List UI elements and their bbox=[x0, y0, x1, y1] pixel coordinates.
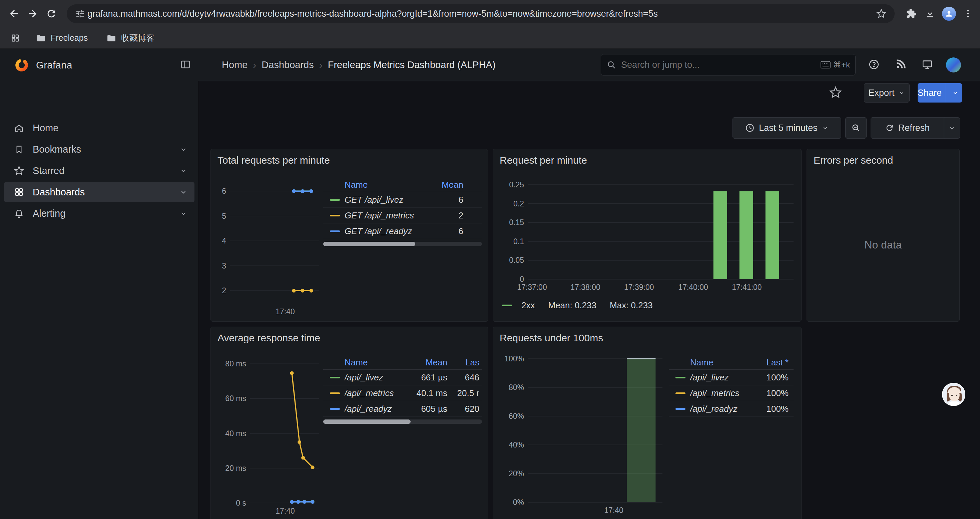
series-color-swatch bbox=[330, 215, 340, 216]
monitor-icon[interactable] bbox=[922, 59, 933, 70]
legend-row[interactable]: /api/_livez661 µs646 bbox=[323, 370, 482, 385]
horizontal-scrollbar[interactable] bbox=[323, 242, 482, 246]
downloads-icon[interactable] bbox=[921, 4, 939, 23]
panel-title[interactable]: Total requests per minute bbox=[218, 155, 330, 166]
series-name[interactable]: /api/_metrics bbox=[345, 388, 397, 398]
legend-row[interactable]: /api/_metrics100% bbox=[669, 385, 794, 401]
chart-legend[interactable]: 2xx Mean: 0.233 Max: 0.233 bbox=[502, 300, 653, 311]
sidebar-item-label: Dashboards bbox=[33, 187, 85, 198]
bookmark-item[interactable]: Freeleaps bbox=[36, 33, 88, 43]
legend-row[interactable]: GET /api/_metrics2 bbox=[323, 208, 482, 224]
forward-icon[interactable] bbox=[23, 4, 42, 23]
series-name[interactable]: 2xx bbox=[521, 300, 535, 311]
header-divider bbox=[199, 81, 980, 81]
bookmark-label: 收藏博客 bbox=[121, 32, 154, 43]
browser-profile-avatar[interactable] bbox=[942, 7, 956, 21]
panel-title[interactable]: Request per minute bbox=[500, 155, 587, 166]
share-label[interactable]: Share bbox=[918, 83, 942, 102]
share-dropdown-chevron[interactable] bbox=[949, 83, 962, 102]
share-button[interactable]: Share bbox=[918, 83, 962, 102]
browser-menu-icon[interactable] bbox=[959, 4, 977, 23]
col-header-name[interactable]: Name bbox=[345, 180, 431, 190]
refresh-button[interactable]: Refresh bbox=[870, 117, 944, 139]
col-header-name[interactable]: Name bbox=[690, 357, 752, 368]
sidebar-item-starred[interactable]: Starred bbox=[4, 161, 194, 181]
reload-icon[interactable] bbox=[42, 4, 61, 23]
series-name[interactable]: /api/_livez bbox=[690, 372, 752, 383]
no-data-message: No data bbox=[807, 239, 959, 251]
legend-row[interactable]: GET /api/_livez6 bbox=[323, 192, 482, 208]
svg-text:60 ms: 60 ms bbox=[225, 394, 246, 403]
legend-table: NameLast */api/_livez100%/api/_metrics10… bbox=[669, 356, 794, 417]
bookmark-item[interactable]: 收藏博客 bbox=[107, 32, 154, 43]
panel-title[interactable]: Errors per second bbox=[813, 155, 893, 166]
col-header-name[interactable]: Name bbox=[345, 357, 397, 368]
series-name[interactable]: GET /api/_livez bbox=[345, 195, 431, 205]
col-header[interactable]: Las bbox=[447, 357, 479, 368]
search-box[interactable]: ⌘+k bbox=[601, 54, 856, 75]
col-header[interactable]: Mean bbox=[397, 357, 447, 368]
time-range-picker[interactable]: Last 5 minutes bbox=[732, 117, 841, 139]
legend-row[interactable]: /api/_readyz100% bbox=[669, 401, 794, 417]
site-settings-icon[interactable] bbox=[73, 6, 88, 21]
chevron-down-icon[interactable] bbox=[179, 166, 188, 175]
keyboard-icon bbox=[821, 61, 830, 69]
time-range-label: Last 5 minutes bbox=[759, 123, 818, 133]
series-name[interactable]: /api/_readyz bbox=[345, 404, 397, 414]
scrollbar-thumb[interactable] bbox=[323, 420, 410, 424]
extensions-icon[interactable] bbox=[902, 4, 921, 23]
svg-text:0 s: 0 s bbox=[236, 498, 246, 507]
sidebar-item-dashboards[interactable]: Dashboards bbox=[4, 182, 194, 202]
scrollbar-thumb[interactable] bbox=[323, 242, 415, 246]
legend-row[interactable]: GET /api/_readyz6 bbox=[323, 224, 482, 239]
export-button[interactable]: Export bbox=[864, 83, 910, 102]
apps-grid-icon[interactable] bbox=[8, 31, 23, 45]
back-icon[interactable] bbox=[5, 4, 23, 23]
zoom-out-button[interactable] bbox=[845, 117, 867, 139]
panel-title[interactable]: Average response time bbox=[218, 332, 320, 344]
panel-title[interactable]: Requests under 100ms bbox=[500, 332, 603, 344]
grafana-logo[interactable] bbox=[15, 58, 29, 72]
chevron-down-icon[interactable] bbox=[179, 188, 188, 196]
series-name[interactable]: /api/_readyz bbox=[690, 404, 752, 414]
user-avatar[interactable] bbox=[946, 57, 961, 72]
sidebar: Home Bookmarks Starred bbox=[0, 81, 199, 519]
col-header[interactable]: Mean bbox=[431, 180, 463, 190]
chevron-down-icon bbox=[898, 89, 905, 96]
refresh-interval-dropdown[interactable] bbox=[944, 117, 960, 139]
chevron-down-icon[interactable] bbox=[179, 145, 188, 153]
legend-row[interactable]: /api/_readyz605 µs620 bbox=[323, 401, 482, 417]
search-input[interactable] bbox=[621, 60, 821, 70]
sidebar-item-alerting[interactable]: Alerting bbox=[4, 203, 194, 224]
url-bar[interactable]: grafana.mathmast.com/d/deytv4rwavabkb/fr… bbox=[67, 4, 895, 23]
legend-row[interactable]: /api/_livez100% bbox=[669, 370, 794, 385]
breadcrumb-dashboards[interactable]: Dashboards bbox=[261, 59, 313, 70]
series-name[interactable]: GET /api/_metrics bbox=[345, 211, 431, 221]
series-color-swatch bbox=[675, 393, 686, 394]
series-color-swatch bbox=[330, 393, 340, 394]
svg-text:17:40: 17:40 bbox=[604, 506, 624, 515]
sidebar-toggle-icon[interactable] bbox=[180, 59, 191, 70]
chevron-down-icon[interactable] bbox=[179, 209, 188, 218]
series-color-swatch bbox=[330, 377, 340, 378]
help-icon[interactable] bbox=[868, 59, 880, 70]
sidebar-item-home[interactable]: Home bbox=[4, 118, 194, 138]
breadcrumb-home[interactable]: Home bbox=[222, 59, 248, 70]
rss-icon[interactable] bbox=[895, 59, 906, 70]
legend-row[interactable]: /api/_metrics40.1 ms20.5 r bbox=[323, 385, 482, 401]
series-value: 6 bbox=[431, 226, 463, 236]
col-header[interactable]: Last * bbox=[752, 357, 789, 368]
svg-text:17:40:00: 17:40:00 bbox=[678, 283, 708, 292]
series-name[interactable]: /api/_metrics bbox=[690, 388, 752, 398]
series-value: 100% bbox=[752, 388, 789, 398]
series-name[interactable]: GET /api/_readyz bbox=[345, 226, 431, 236]
assistant-avatar[interactable] bbox=[942, 383, 965, 406]
svg-text:20 ms: 20 ms bbox=[225, 464, 246, 473]
horizontal-scrollbar[interactable] bbox=[323, 420, 482, 424]
share-split-divider bbox=[945, 83, 945, 102]
series-name[interactable]: /api/_livez bbox=[345, 372, 397, 383]
svg-text:80 ms: 80 ms bbox=[225, 359, 246, 368]
sidebar-item-bookmarks[interactable]: Bookmarks bbox=[4, 139, 194, 159]
bookmark-star-icon[interactable] bbox=[874, 6, 889, 21]
favorite-star-icon[interactable] bbox=[829, 86, 842, 99]
